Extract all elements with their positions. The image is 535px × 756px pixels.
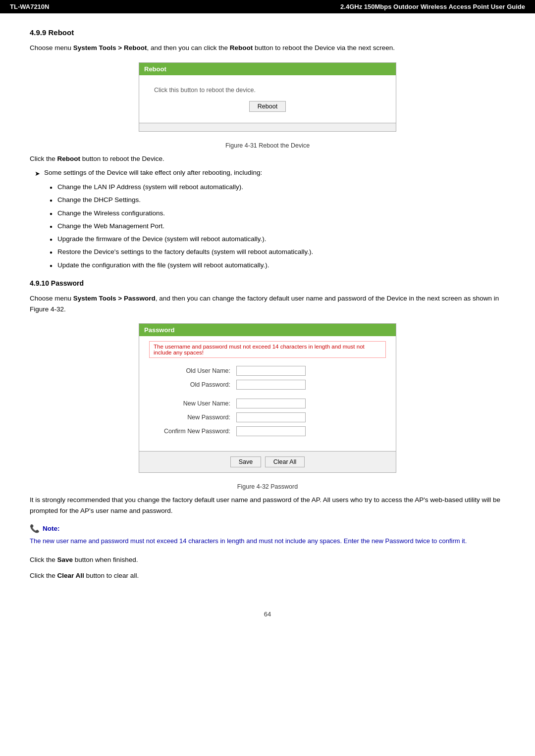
save-instruction-bold: Save [57, 556, 73, 563]
reboot-btn-wrap: Reboot [154, 100, 381, 113]
new-password-cell [233, 410, 386, 424]
password-warning: The username and password must not excee… [149, 341, 386, 358]
password-panel-footer: Save Clear All [139, 451, 396, 472]
bullet-item: Restore the Device's settings to the fac… [50, 247, 505, 257]
reboot-panel: Reboot Click this button to reboot the d… [139, 62, 396, 132]
reboot-figure-caption: Figure 4-31 Reboot the Device [30, 141, 505, 151]
new-password-label: New Password: [149, 410, 233, 424]
old-username-input[interactable] [236, 366, 306, 376]
password-form-table: Old User Name: Old Password: New User N [149, 364, 386, 443]
note-section: 📞 Note: The new user name and password m… [30, 524, 505, 547]
confirm-password-label: Confirm New Password: [149, 424, 233, 438]
clear-all-button[interactable]: Clear All [265, 456, 305, 467]
password-panel-header: Password [139, 324, 396, 336]
section-reboot-heading: 4.9.9 Reboot [30, 28, 505, 37]
reboot-arrow-item: ➤ Some settings of the Device will take … [35, 169, 505, 177]
old-password-row: Old Password: [149, 378, 386, 392]
model-name: TL-WA7210N [10, 3, 49, 10]
password-intro: Choose menu System Tools > Password, and… [30, 293, 505, 314]
password-desc: It is strongly recommended that you chan… [30, 495, 505, 516]
reboot-panel-label: Click this button to reboot the device. [154, 85, 381, 95]
bullet-item: Upgrade the firmware of the Device (syst… [50, 234, 505, 244]
bullet-item: Update the configuration with the file (… [50, 260, 505, 270]
page-content: 4.9.9 Reboot Choose menu System Tools > … [0, 13, 535, 601]
new-username-label: New User Name: [149, 397, 233, 410]
note-icon: 📞 [30, 524, 40, 533]
clear-instruction-bold: Clear All [57, 572, 84, 579]
new-password-input[interactable] [236, 412, 306, 422]
old-password-label: Old Password: [149, 378, 233, 392]
new-username-input[interactable] [236, 399, 306, 408]
new-username-row: New User Name: [149, 397, 386, 410]
save-button[interactable]: Save [230, 456, 262, 467]
page-header: TL-WA7210N 2.4GHz 150Mbps Outdoor Wirele… [0, 0, 535, 13]
password-panel-body: The username and password must not excee… [139, 336, 396, 451]
clear-instruction: Click the Clear All button to clear all. [30, 570, 505, 581]
section-password-heading: 4.9.10 Password [30, 279, 505, 287]
new-password-row: New Password: [149, 410, 386, 424]
note-label-text: Note: [43, 525, 60, 532]
note-text: The new user name and password must not … [30, 536, 505, 547]
reboot-panel-header: Reboot [139, 63, 396, 75]
confirm-password-input[interactable] [236, 426, 306, 436]
password-menu-bold: System Tools > Password [73, 295, 156, 302]
confirm-password-cell [233, 424, 386, 438]
reboot-click-text: Click the Reboot button to reboot the De… [30, 153, 505, 164]
password-figure-caption: Figure 4-32 Password [30, 482, 505, 492]
reboot-button[interactable]: Reboot [249, 101, 286, 112]
reboot-intro: Choose menu System Tools > Reboot, and t… [30, 43, 505, 53]
reboot-arrow-list: ➤ Some settings of the Device will take … [30, 169, 505, 177]
save-instruction: Click the Save button when finished. [30, 554, 505, 565]
arrow-icon: ➤ [35, 170, 40, 177]
old-password-cell [233, 378, 386, 392]
bullet-item: Change the Wireless configurations. [50, 208, 505, 218]
reboot-click-bold: Reboot [57, 155, 81, 162]
note-label: 📞 Note: [30, 524, 505, 533]
reboot-bullet-list: Change the LAN IP Address (system will r… [30, 182, 505, 270]
guide-title: 2.4GHz 150Mbps Outdoor Wireless Access P… [340, 3, 525, 10]
reboot-panel-footer [139, 123, 396, 131]
reboot-arrow-text: Some settings of the Device will take ef… [44, 169, 262, 176]
old-username-label: Old User Name: [149, 364, 233, 378]
reboot-panel-body: Click this button to reboot the device. … [139, 75, 396, 123]
old-username-cell [233, 364, 386, 378]
form-spacer-2 [149, 438, 386, 443]
reboot-btn-ref: Reboot [230, 44, 253, 51]
old-username-row: Old User Name: [149, 364, 386, 378]
reboot-menu-bold: System Tools > Reboot [73, 44, 147, 51]
page-number: 64 [0, 601, 535, 623]
password-panel: Password The username and password must … [139, 323, 396, 473]
new-username-cell [233, 397, 386, 410]
old-password-input[interactable] [236, 380, 306, 390]
bullet-item: Change the Web Management Port. [50, 221, 505, 231]
form-spacer-1 [149, 392, 386, 397]
confirm-password-row: Confirm New Password: [149, 424, 386, 438]
bullet-item: Change the DHCP Settings. [50, 195, 505, 205]
bullet-item: Change the LAN IP Address (system will r… [50, 182, 505, 192]
